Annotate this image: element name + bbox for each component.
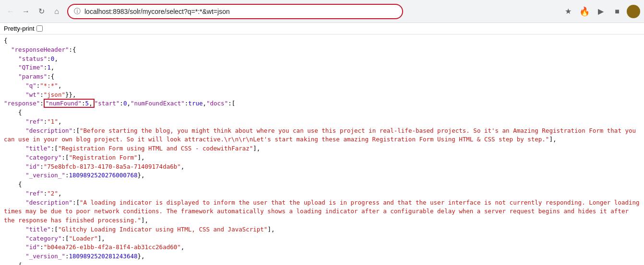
json-content: { "responseHeader":{ "status":0, "QTime"… [0, 35, 644, 265]
pretty-print-checkbox[interactable] [36, 25, 43, 32]
pretty-print-label: Pretty-print [4, 25, 35, 32]
address-bar[interactable]: ⓘ [67, 4, 403, 19]
pretty-print-bar: Pretty-print [0, 23, 644, 35]
nav-buttons: ← → ↻ ⌂ [4, 5, 63, 18]
extensions-icon[interactable]: ■ [610, 5, 624, 18]
url-input[interactable] [84, 8, 396, 15]
reload-button[interactable]: ↻ [35, 5, 48, 18]
forward-button[interactable]: → [19, 5, 33, 18]
back-button[interactable]: ← [4, 5, 17, 18]
star-icon[interactable]: ★ [561, 5, 575, 18]
toolbar-right: ★ 🔥 ▶ ■ [561, 5, 640, 18]
browser-toolbar: ← → ↻ ⌂ ⓘ ★ 🔥 ▶ ■ [0, 0, 644, 23]
pocket-icon[interactable]: ▶ [594, 5, 608, 18]
home-button[interactable]: ⌂ [50, 5, 63, 18]
info-icon: ⓘ [74, 7, 81, 16]
avatar[interactable] [627, 5, 640, 18]
firefox-icon[interactable]: 🔥 [578, 5, 591, 18]
